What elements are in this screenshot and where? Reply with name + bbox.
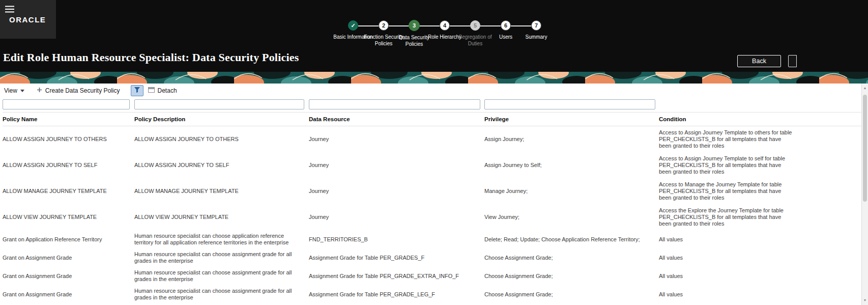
query-by-example-toggle[interactable] [131,85,143,96]
create-data-security-policy-button[interactable]: Create Data Security Policy [37,87,120,94]
cell-filler [797,204,861,230]
train-step-summary[interactable]: 7 Summary [521,20,552,47]
cell-policy-description: Human resource specialist can choose ass… [134,248,309,267]
cell-privilege: Choose Assignment Grade; [484,285,659,303]
step-7-circle: 7 [531,20,541,31]
table-row[interactable]: ALLOW VIEW JOURNEY TEMPLATE ALLOW VIEW J… [3,204,861,230]
filter-policy-description-input[interactable] [134,99,304,109]
scrollbar-thumb[interactable] [863,95,867,202]
cell-policy-name: Grant on Application Reference Territory [3,230,134,248]
detach-button-label: Detach [158,87,177,94]
cell-data-resource: Journey [309,178,484,204]
cell-policy-description: ALLOW VIEW JOURNEY TEMPLATE [134,204,309,230]
step-2-circle: 2 [379,20,389,31]
step-4-circle: 4 [440,20,450,31]
cell-policy-description: Human resource specialist can choose ass… [134,267,309,285]
column-header-condition[interactable]: Condition [659,113,797,126]
cell-policy-name: ALLOW VIEW JOURNEY TEMPLATE [3,204,134,230]
step-5-number: 5 [474,22,477,29]
cell-policy-name: Grant on Assignment Grade [3,267,134,285]
table-row[interactable]: ALLOW ASSIGN JOURNEY TO OTHERS ALLOW ASS… [3,126,861,153]
check-icon: ✓ [351,22,355,29]
data-security-policies-table: Policy Name Policy Description Data Reso… [3,112,861,303]
filter-icon [134,87,140,95]
step-1-circle: ✓ [348,20,358,31]
column-header-policy-name[interactable]: Policy Name [3,113,134,126]
step-4-number: 4 [443,22,446,29]
step-7-number: 7 [535,22,538,29]
table-row[interactable]: Grant on Assignment Grade Human resource… [3,248,861,267]
cell-data-resource: Assignment Grade for Table PER_GRADE_EXT… [309,267,484,285]
table-toolbar: View Create Data Security Policy Detach [0,84,868,98]
step-5-circle: 5 [470,20,480,31]
cell-condition: All values [659,248,797,267]
back-button[interactable]: Back [737,55,781,67]
step-3-circle: 3 [409,20,420,31]
cell-policy-description: ALLOW ASSIGN JOURNEY TO SELF [134,152,309,178]
scroll-up-arrow[interactable]: ▲ [862,85,868,92]
cell-data-resource: Assignment Grade for Table PER_GRADES_F [309,248,484,267]
step-6-circle: 6 [501,20,511,31]
cell-condition: All values [659,285,797,303]
column-header-filler [797,113,861,126]
cell-condition: Access to Assign Journey Template to sel… [659,152,797,178]
oracle-logo: ORACLE [9,15,46,24]
data-security-policies-panel: View Create Data Security Policy Detach [0,84,868,303]
cell-policy-description: Human resource specialist can choose app… [134,230,309,248]
scroll-down-arrow[interactable]: ▼ [862,297,868,304]
filter-policy-name-input[interactable] [3,99,130,109]
cell-data-resource: Journey [309,152,484,178]
cell-condition: Access the Explore the Journey Template … [659,204,797,230]
cell-filler [797,152,861,178]
cell-data-resource: Assignment Grade for Table PER_GRADE_LEG… [309,285,484,303]
cell-policy-description: ALLOW ASSIGN JOURNEY TO OTHERS [134,126,309,153]
cell-filler [797,248,861,267]
cell-privilege: Choose Assignment Grade; [484,267,659,285]
chevron-down-icon [20,90,24,92]
table-row[interactable]: ALLOW MANAGE JOURNEY TEMPLATE ALLOW MANA… [3,178,861,204]
column-header-policy-description[interactable]: Policy Description [134,113,309,126]
column-header-privilege[interactable]: Privilege [484,113,659,126]
step-7-label: Summary [515,34,558,41]
detach-button[interactable]: Detach [148,87,177,94]
cell-data-resource: Journey [309,204,484,230]
cell-policy-description: ALLOW MANAGE JOURNEY TEMPLATE [134,178,309,204]
cell-condition: Access to Assign Journey Template to oth… [659,126,797,153]
cell-condition: All values [659,267,797,285]
page-header: ORACLE ✓ Basic Information 2 Function Se… [0,0,868,72]
view-menu-button[interactable]: View [4,87,24,94]
table-row[interactable]: Grant on Application Reference Territory… [3,230,861,248]
cell-filler [797,267,861,285]
table-header-row: Policy Name Policy Description Data Reso… [3,113,861,126]
filter-data-resource-input[interactable] [309,99,480,109]
table-row[interactable]: Grant on Assignment Grade Human resource… [3,285,861,303]
table-row[interactable]: ALLOW ASSIGN JOURNEY TO SELF ALLOW ASSIG… [3,152,861,178]
oracle-edit-role-page: ORACLE ✓ Basic Information 2 Function Se… [0,0,868,305]
view-menu-label: View [4,87,17,94]
cell-data-resource: Journey [309,126,484,153]
table-row[interactable]: Grant on Assignment Grade Human resource… [3,267,861,285]
cell-filler [797,285,861,303]
cell-filler [797,126,861,153]
cell-policy-name: ALLOW ASSIGN JOURNEY TO OTHERS [3,126,134,153]
cell-privilege: Assign Journey; [484,126,659,153]
clipped-next-button[interactable] [788,55,797,67]
navigation-menu-icon[interactable] [5,6,14,15]
cell-privilege: Manage Journey; [484,178,659,204]
cell-policy-name: Grant on Assignment Grade [3,248,134,267]
cell-privilege: View Journey; [484,204,659,230]
cell-policy-name: ALLOW ASSIGN JOURNEY TO SELF [3,152,134,178]
cell-data-resource: FND_TERRITORIES_B [309,230,484,248]
step-6-number: 6 [504,22,507,29]
cell-filler [797,178,861,204]
cell-privilege: Assign Journey to Self; [484,152,659,178]
column-header-data-resource[interactable]: Data Resource [309,113,484,126]
vertical-scrollbar[interactable]: ▲ ▼ [861,84,868,305]
cell-policy-name: Grant on Assignment Grade [3,285,134,303]
plus-icon [37,87,42,94]
step-2-number: 2 [382,22,385,29]
cell-policy-description: Human resource specialist can choose ass… [134,285,309,303]
filter-privilege-input[interactable] [484,99,655,109]
step-train: ✓ Basic Information 2 Function Security … [338,20,552,47]
page-title: Edit Role Human Resource Specialist: Dat… [3,51,299,64]
